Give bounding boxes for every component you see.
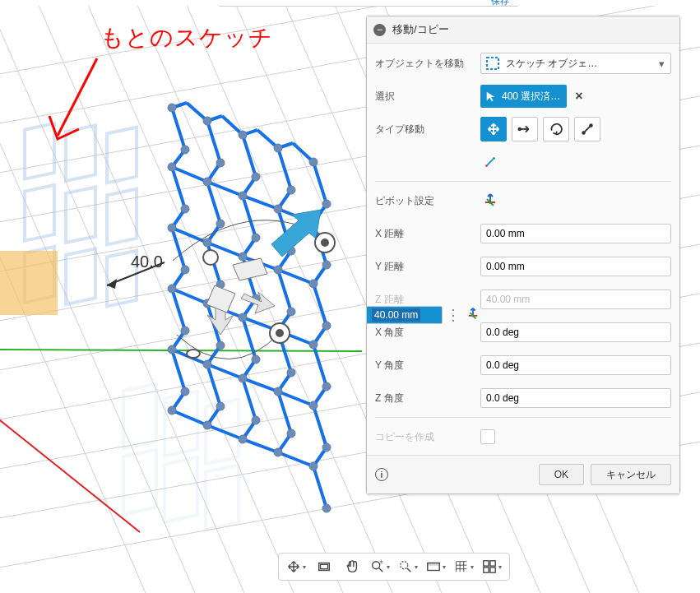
save-link[interactable]: 保存 <box>491 0 509 1</box>
svg-rect-37 <box>165 457 197 522</box>
svg-point-126 <box>168 345 176 354</box>
z-dist-label: Z 距離 <box>375 293 480 307</box>
svg-rect-36 <box>123 450 156 515</box>
move-type-rotate[interactable] <box>543 117 569 141</box>
pivot-icon[interactable] <box>480 191 500 211</box>
svg-line-192 <box>379 568 383 572</box>
plane-handle-2[interactable] <box>206 285 235 313</box>
move-copy-dialog: − 移動/コピー オブジェクトを移動 スケッチ オブジェ… ▾ <box>366 16 680 494</box>
svg-point-129 <box>203 117 211 125</box>
top-strip: 保存 <box>220 0 517 7</box>
svg-line-49 <box>207 121 220 163</box>
floating-z-value[interactable]: 40.00 mm <box>372 308 420 322</box>
svg-point-141 <box>252 173 260 181</box>
y-dist-input[interactable] <box>480 257 671 276</box>
distance-label: 40.0 <box>131 252 163 271</box>
svg-rect-190 <box>321 564 328 568</box>
svg-point-152 <box>287 186 295 194</box>
more-options-icon[interactable]: ⋮ <box>446 306 462 324</box>
svg-point-130 <box>216 159 225 167</box>
svg-point-173 <box>322 504 331 512</box>
svg-point-171 <box>322 443 331 452</box>
floating-z-input[interactable]: 40.00 mm ⋮ <box>366 306 480 324</box>
orbit-tool[interactable]: ▾ <box>283 556 309 577</box>
ok-button[interactable]: OK <box>539 464 584 485</box>
y-angle-label: Y 角度 <box>375 359 480 373</box>
grid-toggle-tool[interactable]: ▾ <box>451 556 477 577</box>
svg-point-131 <box>203 178 211 186</box>
select-label: 選択 <box>375 90 480 104</box>
annotation-text: もとのスケッチ <box>100 22 273 53</box>
svg-point-161 <box>274 448 282 456</box>
svg-point-150 <box>239 435 247 443</box>
svg-rect-198 <box>484 561 489 566</box>
svg-point-167 <box>322 322 331 330</box>
svg-point-170 <box>309 401 318 410</box>
svg-rect-24 <box>25 123 54 179</box>
dialog-footer: i OK キャンセル <box>367 455 679 493</box>
svg-point-136 <box>216 341 225 350</box>
svg-point-133 <box>203 239 211 247</box>
create-copy-checkbox[interactable] <box>480 429 495 444</box>
svg-point-177 <box>276 330 283 336</box>
fit-tool[interactable]: ▾ <box>395 556 421 577</box>
copy-label: コピーを作成 <box>375 430 480 444</box>
svg-line-69 <box>278 148 291 190</box>
z-angle-input[interactable] <box>480 388 671 408</box>
display-style-tool[interactable]: ▾ <box>423 556 449 577</box>
plane-handle-1[interactable] <box>233 258 267 280</box>
svg-line-39 <box>172 108 185 150</box>
svg-point-168 <box>309 341 318 349</box>
move-type-free[interactable] <box>480 117 507 141</box>
svg-point-146 <box>239 313 247 322</box>
svg-rect-200 <box>484 568 489 572</box>
svg-point-122 <box>168 224 176 232</box>
x-dist-input[interactable] <box>480 224 671 243</box>
move-type-point[interactable] <box>574 117 600 141</box>
svg-point-123 <box>181 266 189 274</box>
chevron-down-icon: ▾ <box>659 58 667 70</box>
object-dropdown[interactable]: スケッチ オブジェ… ▾ <box>480 53 671 74</box>
cancel-button[interactable]: キャンセル <box>591 464 671 485</box>
svg-line-22 <box>0 350 362 351</box>
clear-selection-icon[interactable]: × <box>575 89 582 104</box>
selection-chip[interactable]: 400 選択済… <box>480 85 567 108</box>
move-type-translate[interactable] <box>512 117 538 141</box>
collapse-icon[interactable]: − <box>373 24 386 36</box>
svg-line-83 <box>313 284 327 326</box>
svg-point-166 <box>309 280 318 288</box>
svg-point-127 <box>181 387 189 396</box>
svg-point-160 <box>287 429 295 438</box>
zoom-tool[interactable]: ± ▾ <box>367 556 393 577</box>
svg-point-140 <box>239 131 247 139</box>
move-sub-icon[interactable] <box>480 152 500 172</box>
x-angle-input[interactable] <box>480 322 671 342</box>
svg-point-128 <box>168 406 176 415</box>
svg-rect-26 <box>107 127 137 183</box>
z-angle-label: Z 角度 <box>375 391 480 405</box>
svg-point-148 <box>239 374 247 382</box>
svg-point-144 <box>239 252 247 261</box>
viewport-layout-tool[interactable]: ▾ <box>479 556 505 577</box>
svg-line-57 <box>207 364 220 406</box>
svg-line-23 <box>0 407 140 532</box>
dialog-header[interactable]: − 移動/コピー <box>367 16 679 44</box>
sketch-object-icon <box>484 55 501 72</box>
y-angle-input[interactable] <box>480 355 671 375</box>
drag-icon[interactable] <box>466 307 480 324</box>
svg-point-153 <box>274 205 282 213</box>
svg-point-172 <box>309 462 318 470</box>
svg-point-175 <box>322 239 328 246</box>
profile-face <box>0 251 58 315</box>
info-icon[interactable]: i <box>375 468 388 481</box>
pan-tool[interactable] <box>339 556 365 577</box>
look-at-tool[interactable] <box>311 556 337 577</box>
svg-line-59 <box>243 135 256 177</box>
type-label: タイプ移動 <box>375 123 480 137</box>
svg-point-151 <box>274 144 282 152</box>
svg-point-121 <box>181 205 189 213</box>
z-dist-input[interactable] <box>480 290 671 309</box>
svg-line-89 <box>313 466 327 508</box>
svg-line-87 <box>313 405 327 447</box>
pivot-label: ピボット設定 <box>375 194 480 208</box>
